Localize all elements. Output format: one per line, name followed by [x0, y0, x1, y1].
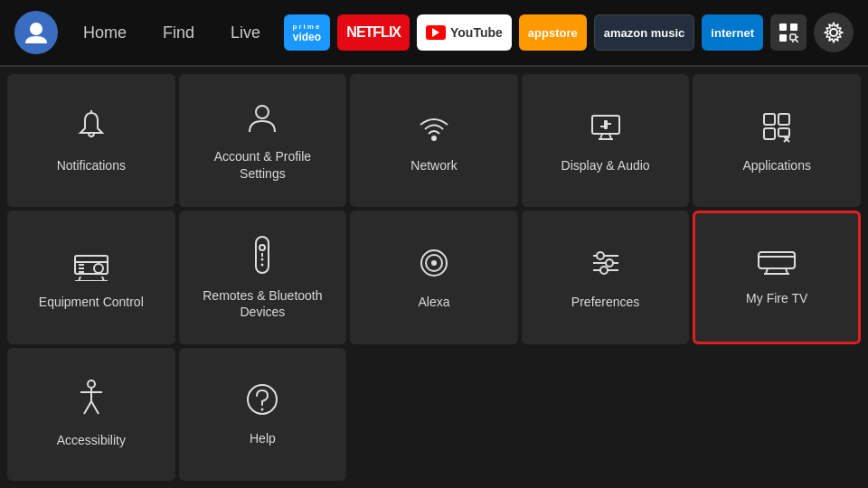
alexa-label: Alexa	[418, 294, 449, 310]
grid-icon[interactable]	[770, 14, 807, 51]
account-profile-label: Account & Profile Settings	[190, 148, 336, 181]
svg-line-57	[91, 401, 99, 414]
svg-line-7	[796, 40, 798, 42]
help-label: Help	[250, 430, 276, 446]
tv-icon	[71, 245, 111, 285]
svg-rect-19	[764, 114, 775, 125]
person-icon	[244, 99, 280, 139]
svg-rect-4	[790, 34, 796, 40]
remotes-bluetooth-label: Remotes & Bluetooth Devices	[190, 287, 336, 320]
svg-point-38	[261, 263, 264, 266]
firetv-icon	[755, 249, 798, 281]
network-label: Network	[410, 157, 457, 174]
svg-point-47	[600, 267, 608, 274]
settings-grid: Notifications Account & Profile Settings…	[0, 67, 868, 488]
preferences-label: Preferences	[571, 294, 639, 310]
settings-equipment-control[interactable]: Equipment Control	[7, 211, 175, 343]
top-nav: Home Find Live prime video NETFLIX YouTu…	[0, 0, 868, 65]
applications-label: Applications	[742, 157, 811, 174]
settings-my-fire-tv[interactable]: My Fire TV	[693, 211, 861, 343]
svg-point-41	[431, 260, 437, 266]
apps-icon	[759, 108, 795, 148]
settings-account-profile[interactable]: Account & Profile Settings	[179, 74, 347, 207]
svg-rect-22	[778, 128, 789, 136]
equipment-control-label: Equipment Control	[39, 294, 144, 310]
settings-alexa[interactable]: Alexa	[350, 211, 518, 343]
nav-links: Home Find Live	[76, 20, 268, 46]
svg-point-8	[830, 29, 837, 36]
internet-badge[interactable]: internet	[702, 14, 763, 51]
youtube-badge[interactable]: YouTube	[417, 14, 512, 51]
settings-display-audio[interactable]: Display & Audio	[522, 74, 690, 207]
svg-point-59	[261, 408, 264, 411]
help-icon	[244, 381, 280, 421]
wifi-icon	[416, 108, 452, 148]
settings-notifications[interactable]: Notifications	[7, 74, 175, 207]
svg-point-37	[261, 258, 264, 260]
settings-accessibility[interactable]: Accessibility	[7, 348, 175, 481]
settings-help[interactable]: Help	[179, 348, 347, 481]
my-fire-tv-label: My Fire TV	[746, 290, 807, 306]
quick-apps: prime video NETFLIX YouTube appstore ama…	[284, 13, 854, 52]
settings-preferences[interactable]: Preferences	[522, 211, 690, 343]
svg-point-11	[432, 136, 436, 140]
svg-rect-16	[604, 120, 608, 129]
svg-point-45	[597, 252, 604, 259]
svg-point-33	[94, 264, 103, 273]
svg-rect-20	[778, 114, 789, 125]
svg-rect-21	[764, 128, 775, 139]
svg-rect-48	[759, 252, 795, 268]
settings-remotes-bluetooth[interactable]: Remotes & Bluetooth Devices	[179, 211, 347, 343]
prime-video-badge[interactable]: prime video	[284, 14, 331, 51]
svg-point-10	[256, 106, 269, 118]
remote-icon	[249, 235, 276, 278]
svg-point-46	[606, 259, 613, 267]
bell-icon	[73, 108, 109, 148]
svg-line-56	[84, 401, 91, 414]
settings-applications[interactable]: Applications	[693, 74, 861, 207]
nav-live[interactable]: Live	[223, 20, 268, 46]
svg-rect-2	[790, 23, 797, 31]
svg-rect-3	[779, 34, 787, 42]
nav-home[interactable]: Home	[76, 20, 134, 46]
svg-rect-1	[779, 23, 787, 31]
gear-settings-button[interactable]	[814, 13, 854, 52]
svg-point-35	[259, 245, 265, 250]
nav-find[interactable]: Find	[156, 20, 202, 46]
accessibility-label: Accessibility	[57, 432, 126, 448]
svg-point-0	[30, 23, 42, 35]
accessibility-icon	[75, 380, 108, 423]
display-icon	[588, 108, 624, 148]
youtube-play-icon	[426, 25, 446, 40]
alexa-icon	[416, 245, 452, 285]
notifications-label: Notifications	[57, 157, 126, 174]
svg-point-53	[88, 380, 95, 388]
amazon-music-badge[interactable]: amazon music	[594, 14, 695, 51]
avatar[interactable]	[14, 11, 58, 54]
appstore-badge[interactable]: appstore	[519, 14, 587, 51]
sliders-icon	[588, 245, 624, 285]
display-audio-label: Display & Audio	[561, 157, 650, 174]
netflix-badge[interactable]: NETFLIX	[337, 14, 410, 51]
settings-network[interactable]: Network	[350, 74, 518, 207]
